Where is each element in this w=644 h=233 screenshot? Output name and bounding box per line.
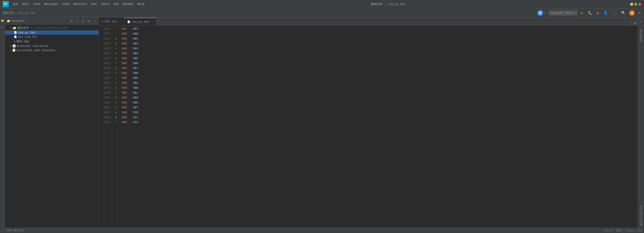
code-line: ` %60 %00 xyxy=(115,31,638,36)
code-line: r %60 %12 xyxy=(115,120,638,125)
window-minimize-button[interactable]: − xyxy=(630,3,633,6)
line-number: 1841 xyxy=(100,100,110,105)
menu-navigate[interactable]: Navigate xyxy=(43,1,60,7)
stop-button[interactable]: ⬛ xyxy=(611,10,618,15)
run-button[interactable]: ▶ xyxy=(580,10,584,15)
menu-view[interactable]: View xyxy=(32,1,42,7)
code-line: i %60 %09 xyxy=(115,75,638,80)
menu-refactor[interactable]: Refactor xyxy=(72,1,90,7)
database-panel-tab[interactable]: Database xyxy=(639,27,644,44)
code-char: e xyxy=(115,56,122,61)
settings-button[interactable]: ⚙ xyxy=(637,10,641,15)
window-close-button[interactable]: ✕ xyxy=(638,3,641,6)
code-hex2: %0d xyxy=(133,95,138,100)
line-number: 1834 xyxy=(100,66,110,71)
code-hex1: %60 xyxy=(122,71,133,75)
menu-code[interactable]: Code xyxy=(60,1,71,7)
tab-bar-right: ⋮ ⊞ xyxy=(628,21,638,25)
tab-split-button[interactable]: ⊞ xyxy=(634,21,636,25)
menu-run[interactable]: Run xyxy=(90,1,98,7)
line-number: 1833 xyxy=(100,61,110,66)
code-line: k %60 %0b xyxy=(115,85,638,90)
checkmark-area: ✓ xyxy=(640,19,642,24)
code-hex1: %60 xyxy=(122,46,133,51)
menu-window[interactable]: Window xyxy=(121,1,135,7)
sort-icon[interactable]: ≣ xyxy=(81,19,85,23)
tree-root-folder[interactable]: ▼ 📁 测试文件 D:\phpstorm文件存储\测试文件 xyxy=(5,25,98,30)
encoding-status[interactable]: UTF-8 xyxy=(604,229,612,232)
tree-external-libraries[interactable]: ▶ 📊 External Libraries xyxy=(5,44,98,48)
avatar[interactable]: U xyxy=(538,10,543,16)
code-char: d xyxy=(115,51,122,56)
menu-tools[interactable]: Tools xyxy=(99,1,111,7)
menu-edit[interactable]: Edit xyxy=(20,1,31,7)
tree-item-ceshi-php[interactable]: ⚙ 测试.php xyxy=(5,39,98,44)
code-hex2: %09 xyxy=(133,75,138,80)
coverage-button[interactable]: ◉ xyxy=(596,10,600,15)
settings-tool-icon[interactable]: ⚙ xyxy=(86,19,91,23)
code-char: i xyxy=(115,75,122,80)
code-hex2: %06 xyxy=(133,61,138,66)
file-type-status[interactable]: Plain text xyxy=(626,229,642,232)
line-separator-status[interactable]: CRLF xyxy=(616,229,622,232)
code-hex1: %60 xyxy=(122,115,133,120)
tree-item-label: External Libraries xyxy=(17,44,48,48)
scope-selector[interactable]: Current File ▾ xyxy=(548,10,578,15)
tree-item-rce-or[interactable]: 📄 rce_or.txt xyxy=(5,30,98,35)
tab-close-rce[interactable]: ✕ xyxy=(150,20,154,23)
code-char: h xyxy=(115,71,122,75)
top-action-bar: 测试文件 › rce_or.txt U ▾ Current File ▾ ▶ 🐛… xyxy=(0,8,644,17)
code-hex1: %60 xyxy=(122,61,133,66)
structure-strip-icon[interactable]: ≡ xyxy=(0,26,4,30)
tree-scratches-consoles[interactable]: ▶ 📝 Scratches and Consoles xyxy=(5,48,98,52)
code-hex1: %60 xyxy=(122,95,133,100)
code-line: g %60 %07 xyxy=(115,66,638,71)
main-area: 📁 ≡ 📁 Project ▾ ⊕ ↕ ≣ ⚙ − ▼ 📁 测试文件 xyxy=(0,17,644,228)
menu-file[interactable]: 文件 xyxy=(11,1,20,7)
code-hex1: %60 xyxy=(122,41,133,46)
code-line: o %60 %0f xyxy=(115,105,638,110)
search-button[interactable]: 🔍 xyxy=(620,10,626,15)
breadcrumb-root[interactable]: 测试文件 xyxy=(3,11,14,15)
breadcrumb-file: rce_or.txt xyxy=(18,11,35,14)
code-hex2: %0e xyxy=(133,100,138,105)
line-number: 1845 xyxy=(100,120,110,125)
tree-item-xor-rce[interactable]: 📄 xor_rce.txt xyxy=(5,35,98,39)
window-title: 测试文件 - rce_or.txt xyxy=(146,2,630,6)
file-php-icon: ⚙ xyxy=(14,40,16,43)
tab-ceshi-php[interactable]: ⚙ 测试.php ✕ xyxy=(99,18,124,25)
add-tool-icon[interactable]: ⊕ xyxy=(69,19,74,23)
tab-php-icon: ⚙ xyxy=(102,20,103,23)
code-char: a xyxy=(115,36,122,41)
expand-arrow: ▶ xyxy=(10,49,12,51)
collapse-all-icon[interactable]: ↕ xyxy=(75,19,80,23)
user-dropdown-arrow[interactable]: ▾ xyxy=(544,11,546,14)
code-line: f %60 %06 xyxy=(115,61,638,66)
debug-button[interactable]: 🐛 xyxy=(587,10,593,15)
line-number: 1835 xyxy=(100,71,110,75)
line-number: 1830 xyxy=(100,46,110,51)
folder-icon: 📁 xyxy=(7,19,10,22)
window-maximize-button[interactable]: □ xyxy=(634,3,637,6)
line-number: 1837 xyxy=(100,80,110,85)
account-avatar[interactable]: A xyxy=(629,10,634,16)
minimize-panel-icon[interactable]: − xyxy=(92,19,97,23)
code-line: n %60 %0e xyxy=(115,100,638,105)
project-strip-icon[interactable]: 📁 xyxy=(0,19,4,23)
code-hex1: %60 xyxy=(122,56,133,61)
line-number: 1831 xyxy=(100,51,110,56)
tab-close-ceshi[interactable]: ✕ xyxy=(118,20,122,23)
notifications-panel-tab[interactable]: Notifications xyxy=(639,203,644,228)
code-hex2: %0c xyxy=(133,90,138,95)
project-dropdown-arrow[interactable]: ▾ xyxy=(25,19,27,22)
menu-vcs[interactable]: VCS xyxy=(112,1,120,7)
tab-rce-or-txt[interactable]: 📄 rce_or.txt ✕ xyxy=(124,18,156,25)
code-content[interactable]: _ %5f %5f` %60 %00a %60 %01b %60 %02c %6… xyxy=(112,25,638,228)
window-controls: − □ ✕ xyxy=(630,3,641,6)
profile-button[interactable]: 👤 xyxy=(602,10,609,15)
tab-options-button[interactable]: ⋮ xyxy=(629,21,633,25)
code-line: h %60 %08 xyxy=(115,71,638,75)
menu-help[interactable]: Help xyxy=(136,1,146,7)
app-logo: PS xyxy=(3,1,9,7)
folder-icon: 📁 xyxy=(12,26,16,30)
